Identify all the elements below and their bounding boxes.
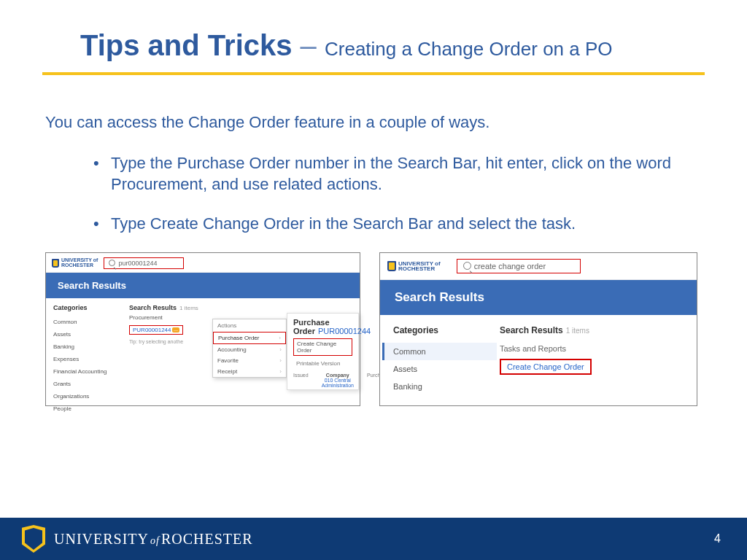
po-link[interactable]: PUR00001244⋯ [129,325,183,335]
search-icon [463,262,471,270]
screenshot-left: UNIVERSITY of ROCHESTER pur00001244 Sear… [45,252,360,406]
actions-flyout: Actions Purchase Order› Accounting› Favo… [212,319,287,378]
search-value: pur00001244 [118,260,157,267]
search-input[interactable]: create change order [457,259,581,273]
right-results: Search Results1 items Tasks and Reports … [497,315,697,395]
po-panel-title: Purchase OrderPUR00001244 [293,318,352,335]
chevron-right-icon: › [279,346,282,353]
cat-orgs[interactable]: Organizations [53,390,126,402]
create-change-order-option[interactable]: Create Change Order [293,338,352,356]
results-header: Search Results1 items [500,325,686,335]
screenshot-right: UNIVERSITY of ROCHESTER create change or… [379,252,697,406]
cat-banking[interactable]: Banking [393,378,497,395]
footer-university-text: UNIVERSITYofROCHESTER [54,531,253,548]
categories-header: Categories [53,304,126,311]
results-header: Search Results1 items [129,304,354,311]
flyout-header: Actions [213,319,286,332]
chevron-right-icon: › [279,368,282,375]
po-detail-panel: Purchase OrderPUR00001244 Create Change … [287,313,359,390]
right-categories: Categories Common Assets Banking [380,315,497,395]
cat-common[interactable]: Common [382,343,497,360]
title-main: Tips and Tricks [80,29,293,61]
cat-grants[interactable]: Grants [53,378,126,390]
footer-logo: UNIVERSITYofROCHESTER [20,524,253,554]
logo-text: UNIVERSITY of ROCHESTER [61,258,98,268]
body-text: You can access the Change Order feature … [0,75,747,235]
cat-people[interactable]: People [53,402,126,415]
bullet-2: Type Create Change Order in the Search B… [111,213,703,235]
printable-version-option[interactable]: Printable Version [293,359,352,368]
search-input[interactable]: pur00001244 [104,257,184,269]
tasks-and-reports-label: Tasks and Reports [500,344,686,353]
cat-assets[interactable]: Assets [393,360,497,378]
cat-banking[interactable]: Banking [53,341,126,353]
flyout-receipt[interactable]: Receipt› [213,366,286,377]
slide-title: Tips and Tricks – Creating a Change Orde… [0,0,747,62]
po-meta: Issued Company010 Central Administration… [293,373,352,388]
cat-financial[interactable]: Financial Accounting [53,365,126,378]
cat-common[interactable]: Common [53,316,126,328]
chevron-right-icon: › [279,335,281,341]
shield-icon [20,524,47,554]
cat-assets[interactable]: Assets [53,328,126,341]
left-topbar: UNIVERSITY of ROCHESTER pur00001244 [46,253,360,273]
left-blue-header: Search Results [46,273,360,298]
bullet-list: Type the Purchase Order number in the Se… [45,152,703,235]
screenshot-row: UNIVERSITY of ROCHESTER pur00001244 Sear… [0,252,747,406]
cat-expenses[interactable]: Expenses [53,353,126,365]
search-value: create change order [474,262,546,271]
flyout-purchase-order[interactable]: Purchase Order› [213,332,286,344]
logo-text: UNIVERSITY of ROCHESTER [398,261,441,271]
create-change-order-link[interactable]: Create Change Order [500,359,592,375]
left-results: Search Results1 items Procurement PUR000… [126,298,360,415]
shield-icon [52,259,59,268]
title-dash: – [293,29,325,61]
chevron-right-icon: › [279,357,282,364]
rochester-logo: UNIVERSITY of ROCHESTER [387,261,441,271]
shield-icon [387,261,396,271]
flyout-accounting[interactable]: Accounting› [213,344,286,355]
rochester-logo: UNIVERSITY of ROCHESTER [52,258,98,268]
right-topbar: UNIVERSITY of ROCHESTER create change or… [380,253,697,280]
title-sub: Creating a Change Order on a PO [325,38,613,60]
search-icon [109,260,115,266]
intro-text: You can access the Change Order feature … [45,112,703,133]
flyout-favorite[interactable]: Favorite› [213,355,286,366]
categories-header: Categories [393,325,497,335]
left-categories: Categories Common Assets Banking Expense… [46,298,126,415]
bullet-1: Type the Purchase Order number in the Se… [111,152,703,195]
right-blue-header: Search Results [380,280,697,315]
page-number: 4 [714,532,727,545]
slide-footer: UNIVERSITYofROCHESTER 4 [0,518,747,560]
